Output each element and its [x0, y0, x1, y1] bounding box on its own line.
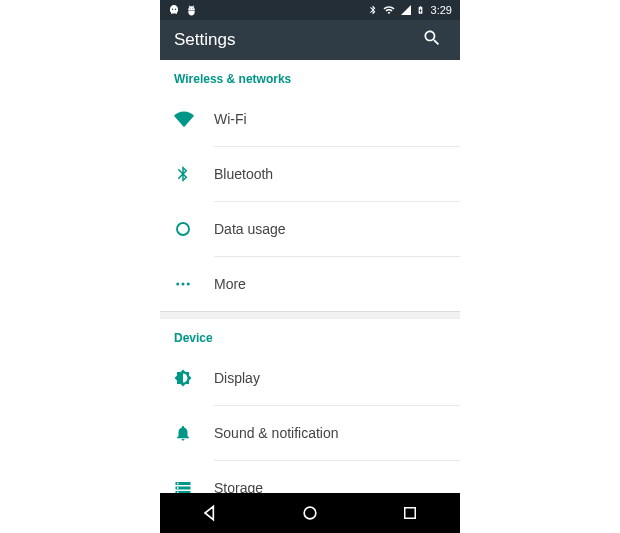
settings-item-storage[interactable]: Storage [160, 461, 460, 493]
wifi-icon [174, 109, 214, 129]
settings-content: Wireless & networks Wi-Fi Bluetooth Data… [160, 60, 460, 493]
settings-item-display[interactable]: Display [160, 351, 460, 405]
search-button[interactable] [418, 26, 446, 54]
bluetooth-status-icon [368, 4, 378, 16]
svg-point-0 [177, 223, 189, 235]
nav-home-button[interactable] [290, 493, 330, 533]
svg-point-3 [187, 283, 190, 286]
home-icon [300, 503, 320, 523]
signal-status-icon [400, 4, 412, 16]
settings-item-label: Data usage [214, 221, 446, 237]
status-bar: 3:29 [160, 0, 460, 20]
bell-icon [174, 424, 214, 442]
svg-point-2 [182, 283, 185, 286]
settings-item-more[interactable]: More [160, 257, 460, 311]
search-icon [422, 28, 442, 52]
svg-rect-5 [405, 508, 416, 519]
section-divider [160, 311, 460, 319]
settings-item-label: More [214, 276, 446, 292]
svg-point-4 [304, 507, 316, 519]
settings-item-label: Storage [214, 480, 446, 493]
status-left [168, 4, 197, 16]
settings-item-label: Sound & notification [214, 425, 446, 441]
nav-recents-button[interactable] [390, 493, 430, 533]
settings-item-sound[interactable]: Sound & notification [160, 406, 460, 460]
status-time: 3:29 [431, 4, 452, 16]
settings-item-bluetooth[interactable]: Bluetooth [160, 147, 460, 201]
settings-item-label: Display [214, 370, 446, 386]
skull-icon [168, 4, 180, 16]
debug-icon [186, 5, 197, 16]
settings-item-label: Bluetooth [214, 166, 446, 182]
section-header-wireless: Wireless & networks [160, 60, 460, 92]
storage-icon [174, 479, 214, 493]
back-icon [200, 503, 220, 523]
more-icon [174, 275, 214, 293]
section-header-device: Device [160, 319, 460, 351]
page-title: Settings [174, 30, 235, 50]
app-bar: Settings [160, 20, 460, 60]
settings-item-label: Wi-Fi [214, 111, 446, 127]
svg-point-1 [176, 283, 179, 286]
wifi-status-icon [382, 4, 396, 16]
navigation-bar [160, 493, 460, 533]
nav-back-button[interactable] [190, 493, 230, 533]
settings-item-data-usage[interactable]: Data usage [160, 202, 460, 256]
bluetooth-icon [174, 165, 214, 183]
display-icon [174, 369, 214, 387]
phone-frame: 3:29 Settings Wireless & networks Wi-Fi … [160, 0, 460, 533]
recents-icon [401, 504, 419, 522]
settings-item-wifi[interactable]: Wi-Fi [160, 92, 460, 146]
data-usage-icon [174, 220, 214, 238]
status-right: 3:29 [368, 4, 452, 16]
battery-status-icon [416, 4, 425, 16]
